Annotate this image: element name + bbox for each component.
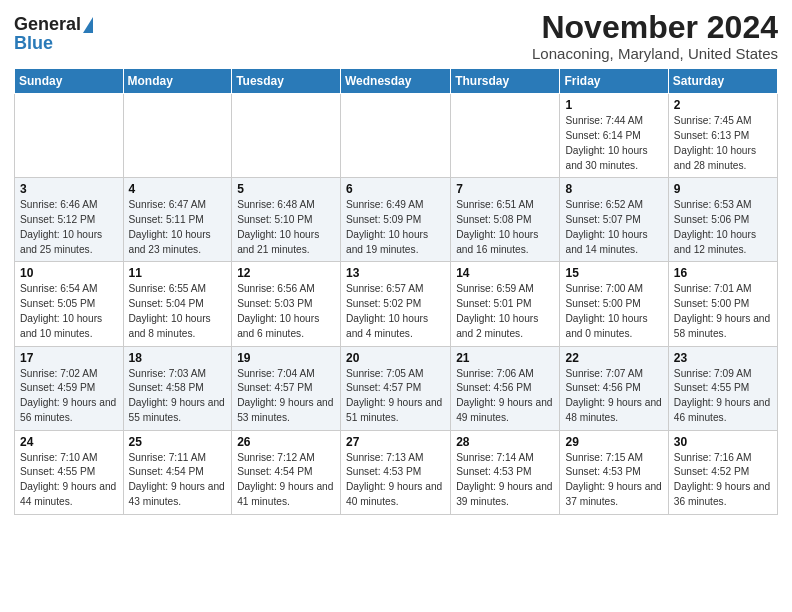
calendar-week-row: 3Sunrise: 6:46 AM Sunset: 5:12 PM Daylig… xyxy=(15,178,778,262)
day-number: 28 xyxy=(456,435,554,449)
day-number: 26 xyxy=(237,435,335,449)
header: General Blue November 2024 Lonaconing, M… xyxy=(14,10,778,62)
logo-blue: Blue xyxy=(14,33,53,54)
day-info: Sunrise: 7:14 AM Sunset: 4:53 PM Dayligh… xyxy=(456,451,554,510)
calendar-cell: 15Sunrise: 7:00 AM Sunset: 5:00 PM Dayli… xyxy=(560,262,668,346)
calendar-cell: 12Sunrise: 6:56 AM Sunset: 5:03 PM Dayli… xyxy=(232,262,341,346)
calendar-cell: 29Sunrise: 7:15 AM Sunset: 4:53 PM Dayli… xyxy=(560,430,668,514)
day-info: Sunrise: 7:07 AM Sunset: 4:56 PM Dayligh… xyxy=(565,367,662,426)
calendar-cell: 1Sunrise: 7:44 AM Sunset: 6:14 PM Daylig… xyxy=(560,94,668,178)
day-number: 14 xyxy=(456,266,554,280)
calendar-cell xyxy=(15,94,124,178)
day-number: 17 xyxy=(20,351,118,365)
page: General Blue November 2024 Lonaconing, M… xyxy=(0,0,792,612)
calendar-cell: 20Sunrise: 7:05 AM Sunset: 4:57 PM Dayli… xyxy=(340,346,450,430)
calendar-cell: 17Sunrise: 7:02 AM Sunset: 4:59 PM Dayli… xyxy=(15,346,124,430)
weekday-header: Sunday xyxy=(15,69,124,94)
day-number: 3 xyxy=(20,182,118,196)
day-number: 30 xyxy=(674,435,772,449)
calendar-cell: 28Sunrise: 7:14 AM Sunset: 4:53 PM Dayli… xyxy=(451,430,560,514)
logo-general: General xyxy=(14,14,81,35)
weekday-header: Thursday xyxy=(451,69,560,94)
day-number: 4 xyxy=(129,182,227,196)
day-info: Sunrise: 7:15 AM Sunset: 4:53 PM Dayligh… xyxy=(565,451,662,510)
weekday-header: Monday xyxy=(123,69,232,94)
day-number: 24 xyxy=(20,435,118,449)
calendar-table: SundayMondayTuesdayWednesdayThursdayFrid… xyxy=(14,68,778,515)
day-number: 11 xyxy=(129,266,227,280)
day-info: Sunrise: 7:06 AM Sunset: 4:56 PM Dayligh… xyxy=(456,367,554,426)
day-number: 1 xyxy=(565,98,662,112)
calendar-cell: 6Sunrise: 6:49 AM Sunset: 5:09 PM Daylig… xyxy=(340,178,450,262)
calendar-week-row: 10Sunrise: 6:54 AM Sunset: 5:05 PM Dayli… xyxy=(15,262,778,346)
day-number: 16 xyxy=(674,266,772,280)
day-info: Sunrise: 6:56 AM Sunset: 5:03 PM Dayligh… xyxy=(237,282,335,341)
calendar-cell: 10Sunrise: 6:54 AM Sunset: 5:05 PM Dayli… xyxy=(15,262,124,346)
calendar-week-row: 24Sunrise: 7:10 AM Sunset: 4:55 PM Dayli… xyxy=(15,430,778,514)
day-info: Sunrise: 7:11 AM Sunset: 4:54 PM Dayligh… xyxy=(129,451,227,510)
day-number: 7 xyxy=(456,182,554,196)
day-number: 20 xyxy=(346,351,445,365)
day-number: 6 xyxy=(346,182,445,196)
calendar-cell: 25Sunrise: 7:11 AM Sunset: 4:54 PM Dayli… xyxy=(123,430,232,514)
day-info: Sunrise: 7:16 AM Sunset: 4:52 PM Dayligh… xyxy=(674,451,772,510)
logo: General Blue xyxy=(14,10,93,54)
calendar-week-row: 17Sunrise: 7:02 AM Sunset: 4:59 PM Dayli… xyxy=(15,346,778,430)
calendar-cell: 27Sunrise: 7:13 AM Sunset: 4:53 PM Dayli… xyxy=(340,430,450,514)
calendar-cell: 30Sunrise: 7:16 AM Sunset: 4:52 PM Dayli… xyxy=(668,430,777,514)
day-number: 9 xyxy=(674,182,772,196)
day-info: Sunrise: 6:57 AM Sunset: 5:02 PM Dayligh… xyxy=(346,282,445,341)
calendar-cell: 18Sunrise: 7:03 AM Sunset: 4:58 PM Dayli… xyxy=(123,346,232,430)
day-info: Sunrise: 7:02 AM Sunset: 4:59 PM Dayligh… xyxy=(20,367,118,426)
calendar-cell xyxy=(232,94,341,178)
calendar-cell: 23Sunrise: 7:09 AM Sunset: 4:55 PM Dayli… xyxy=(668,346,777,430)
calendar-cell: 19Sunrise: 7:04 AM Sunset: 4:57 PM Dayli… xyxy=(232,346,341,430)
day-info: Sunrise: 6:54 AM Sunset: 5:05 PM Dayligh… xyxy=(20,282,118,341)
day-number: 25 xyxy=(129,435,227,449)
day-number: 27 xyxy=(346,435,445,449)
calendar-cell: 7Sunrise: 6:51 AM Sunset: 5:08 PM Daylig… xyxy=(451,178,560,262)
day-number: 15 xyxy=(565,266,662,280)
calendar-cell: 2Sunrise: 7:45 AM Sunset: 6:13 PM Daylig… xyxy=(668,94,777,178)
day-number: 21 xyxy=(456,351,554,365)
day-number: 5 xyxy=(237,182,335,196)
day-info: Sunrise: 7:13 AM Sunset: 4:53 PM Dayligh… xyxy=(346,451,445,510)
calendar-header-row: SundayMondayTuesdayWednesdayThursdayFrid… xyxy=(15,69,778,94)
day-info: Sunrise: 7:04 AM Sunset: 4:57 PM Dayligh… xyxy=(237,367,335,426)
day-info: Sunrise: 7:09 AM Sunset: 4:55 PM Dayligh… xyxy=(674,367,772,426)
day-info: Sunrise: 7:01 AM Sunset: 5:00 PM Dayligh… xyxy=(674,282,772,341)
day-number: 10 xyxy=(20,266,118,280)
day-info: Sunrise: 7:12 AM Sunset: 4:54 PM Dayligh… xyxy=(237,451,335,510)
location-subtitle: Lonaconing, Maryland, United States xyxy=(532,45,778,62)
calendar-week-row: 1Sunrise: 7:44 AM Sunset: 6:14 PM Daylig… xyxy=(15,94,778,178)
day-info: Sunrise: 7:10 AM Sunset: 4:55 PM Dayligh… xyxy=(20,451,118,510)
day-info: Sunrise: 6:46 AM Sunset: 5:12 PM Dayligh… xyxy=(20,198,118,257)
calendar-cell: 4Sunrise: 6:47 AM Sunset: 5:11 PM Daylig… xyxy=(123,178,232,262)
calendar-cell: 11Sunrise: 6:55 AM Sunset: 5:04 PM Dayli… xyxy=(123,262,232,346)
day-number: 2 xyxy=(674,98,772,112)
calendar-cell: 21Sunrise: 7:06 AM Sunset: 4:56 PM Dayli… xyxy=(451,346,560,430)
logo-triangle-icon xyxy=(83,17,93,33)
calendar-cell xyxy=(340,94,450,178)
calendar-cell: 8Sunrise: 6:52 AM Sunset: 5:07 PM Daylig… xyxy=(560,178,668,262)
day-info: Sunrise: 6:48 AM Sunset: 5:10 PM Dayligh… xyxy=(237,198,335,257)
calendar-cell: 5Sunrise: 6:48 AM Sunset: 5:10 PM Daylig… xyxy=(232,178,341,262)
day-number: 22 xyxy=(565,351,662,365)
month-year-title: November 2024 xyxy=(532,10,778,45)
calendar-cell xyxy=(123,94,232,178)
day-info: Sunrise: 7:00 AM Sunset: 5:00 PM Dayligh… xyxy=(565,282,662,341)
title-block: November 2024 Lonaconing, Maryland, Unit… xyxy=(532,10,778,62)
calendar-cell: 9Sunrise: 6:53 AM Sunset: 5:06 PM Daylig… xyxy=(668,178,777,262)
weekday-header: Tuesday xyxy=(232,69,341,94)
day-info: Sunrise: 6:47 AM Sunset: 5:11 PM Dayligh… xyxy=(129,198,227,257)
calendar-cell xyxy=(451,94,560,178)
day-info: Sunrise: 6:51 AM Sunset: 5:08 PM Dayligh… xyxy=(456,198,554,257)
day-number: 12 xyxy=(237,266,335,280)
day-info: Sunrise: 7:03 AM Sunset: 4:58 PM Dayligh… xyxy=(129,367,227,426)
day-number: 29 xyxy=(565,435,662,449)
day-info: Sunrise: 7:44 AM Sunset: 6:14 PM Dayligh… xyxy=(565,114,662,173)
day-info: Sunrise: 7:45 AM Sunset: 6:13 PM Dayligh… xyxy=(674,114,772,173)
calendar-cell: 24Sunrise: 7:10 AM Sunset: 4:55 PM Dayli… xyxy=(15,430,124,514)
day-info: Sunrise: 6:59 AM Sunset: 5:01 PM Dayligh… xyxy=(456,282,554,341)
day-info: Sunrise: 7:05 AM Sunset: 4:57 PM Dayligh… xyxy=(346,367,445,426)
